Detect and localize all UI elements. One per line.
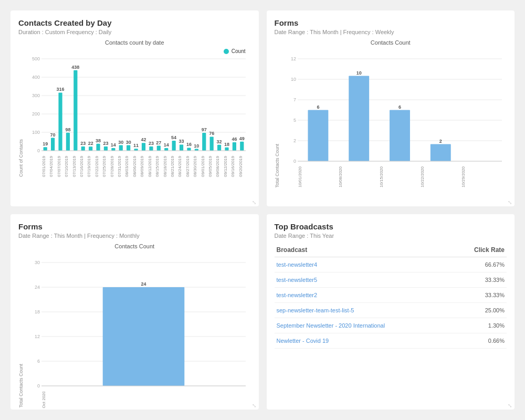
svg-rect-16 <box>58 92 62 151</box>
svg-rect-46 <box>172 141 176 151</box>
contacts-x-labels: 07/01/201907/04/201907/07/201907/10/2019… <box>26 156 251 177</box>
svg-text:5: 5 <box>293 118 296 123</box>
svg-text:2: 2 <box>293 138 296 143</box>
broadcast-link[interactable]: test-newsletter2 <box>277 292 318 298</box>
broadcast-link[interactable]: Newletter - Covid 19 <box>277 338 329 344</box>
forms-weekly-chart-title: Contacts Count <box>275 39 507 46</box>
svg-text:7: 7 <box>293 97 296 102</box>
svg-text:30: 30 <box>118 140 123 145</box>
x-label: 07/01/2019 <box>41 156 49 177</box>
forms-weekly-y-axis-label: Total Contacts Count <box>275 144 280 188</box>
x-label: 07/13/2019 <box>72 156 79 177</box>
svg-text:30: 30 <box>126 140 131 145</box>
forms-monthly-chart-inner: 061218243024 Oct 2020 <box>26 252 251 408</box>
contacts-by-day-subtitle: Duration : Custom Frequency : Daily <box>18 29 251 35</box>
svg-text:38: 38 <box>96 138 101 143</box>
x-label: 10/15/2020 <box>379 166 420 187</box>
svg-rect-64 <box>240 142 244 151</box>
broadcast-link[interactable]: test-newsletter5 <box>277 277 318 283</box>
svg-rect-32 <box>119 145 123 151</box>
table-row: sep-newsletter-team-test-list-525.00% <box>275 302 507 318</box>
svg-rect-60 <box>225 148 228 151</box>
forms-weekly-subtitle: Date Range : This Month | Frequency : We… <box>275 29 507 35</box>
svg-text:10: 10 <box>356 70 361 76</box>
svg-text:18: 18 <box>224 142 229 147</box>
x-label: 08/30/2019 <box>193 156 200 177</box>
broadcast-link[interactable]: September Newsletter - 2020 Internationa… <box>277 322 385 329</box>
svg-rect-26 <box>96 144 100 151</box>
svg-rect-48 <box>180 144 183 151</box>
svg-text:100: 100 <box>32 130 40 135</box>
col-broadcast: Broadcast <box>275 243 452 257</box>
svg-rect-38 <box>142 143 145 151</box>
svg-rect-83 <box>390 110 410 162</box>
svg-rect-20 <box>74 70 77 151</box>
svg-rect-22 <box>81 146 85 151</box>
table-row: test-newsletter533.33% <box>275 272 507 287</box>
svg-text:23: 23 <box>103 141 108 146</box>
svg-text:23: 23 <box>80 141 86 146</box>
broadcasts-table: Broadcast Click Rate test-newsletter466.… <box>275 243 507 349</box>
forms-monthly-x-labels: Oct 2020 <box>26 391 251 408</box>
x-label: 09/08/2019 <box>215 156 223 177</box>
svg-text:30: 30 <box>35 260 40 265</box>
svg-text:18: 18 <box>35 309 40 314</box>
x-label: 09/05/2019 <box>208 156 215 177</box>
x-label: 07/16/2019 <box>79 156 87 177</box>
svg-text:2: 2 <box>439 139 442 144</box>
svg-rect-56 <box>210 136 214 151</box>
svg-text:70: 70 <box>50 132 56 138</box>
resize-handle-2[interactable]: ⤡ <box>508 200 513 205</box>
svg-rect-85 <box>430 144 450 162</box>
svg-rect-52 <box>195 149 198 151</box>
forms-weekly-chart-container: Total Contacts Count 0257101261062 10/01… <box>275 48 507 187</box>
click-rate-value: 1.30% <box>452 318 507 333</box>
svg-text:6: 6 <box>37 359 40 364</box>
broadcast-name[interactable]: test-newsletter5 <box>275 272 452 287</box>
svg-rect-40 <box>149 146 153 151</box>
svg-rect-36 <box>134 149 138 151</box>
broadcast-name[interactable]: sep-newsletter-team-test-list-5 <box>275 302 452 318</box>
contacts-bars-svg: 0100200300400500197031698438232238231430… <box>26 48 251 153</box>
contacts-by-day-card: Contacts Created by Day Duration : Custo… <box>10 10 259 206</box>
svg-rect-62 <box>233 142 236 151</box>
x-label: 07/10/2019 <box>64 156 71 177</box>
click-rate-value: 66.67% <box>452 257 507 272</box>
x-label: Oct 2020 <box>41 391 246 408</box>
svg-rect-54 <box>202 133 206 151</box>
resize-handle-1[interactable]: ⤡ <box>252 200 257 205</box>
svg-rect-24 <box>89 146 92 151</box>
forms-monthly-subtitle: Date Range : This Month | Frequency : Mo… <box>18 233 251 239</box>
svg-text:27: 27 <box>156 140 161 145</box>
svg-rect-44 <box>164 148 168 151</box>
x-label: 07/22/2019 <box>94 156 102 177</box>
svg-text:14: 14 <box>111 142 116 148</box>
svg-text:438: 438 <box>71 65 79 70</box>
broadcast-name[interactable]: Newletter - Covid 19 <box>275 333 452 348</box>
x-label: 07/04/2019 <box>49 156 56 177</box>
resize-handle-4[interactable]: ⤡ <box>508 403 513 408</box>
x-label: 09/01/2019 <box>201 156 208 177</box>
x-label: 08/18/2019 <box>163 156 170 177</box>
x-label: 10/08/2020 <box>338 166 379 187</box>
broadcast-name[interactable]: test-newsletter4 <box>275 257 452 272</box>
x-label: 08/15/2019 <box>155 156 162 177</box>
broadcast-link[interactable]: test-newsletter4 <box>277 261 318 268</box>
resize-handle-3[interactable]: ⤡ <box>252 403 257 408</box>
x-label: 07/25/2019 <box>102 156 109 177</box>
broadcast-name[interactable]: September Newsletter - 2020 Internationa… <box>275 318 452 333</box>
svg-text:316: 316 <box>57 87 65 92</box>
forms-monthly-card: Forms Date Range : This Month | Frequenc… <box>10 214 259 410</box>
svg-rect-101 <box>103 287 185 386</box>
click-rate-value: 25.00% <box>452 302 507 318</box>
svg-text:24: 24 <box>35 285 40 290</box>
svg-text:0: 0 <box>37 148 40 153</box>
svg-rect-79 <box>308 110 328 162</box>
contacts-y-axis-label: Count of Contacts <box>18 139 24 177</box>
svg-text:19: 19 <box>43 141 48 146</box>
dashboard-grid: Contacts Created by Day Duration : Custo… <box>10 10 514 410</box>
broadcast-link[interactable]: sep-newsletter-team-test-list-5 <box>277 307 354 313</box>
x-label: 09/20/2019 <box>238 156 246 177</box>
svg-text:32: 32 <box>217 139 222 144</box>
broadcast-name[interactable]: test-newsletter2 <box>275 287 452 302</box>
